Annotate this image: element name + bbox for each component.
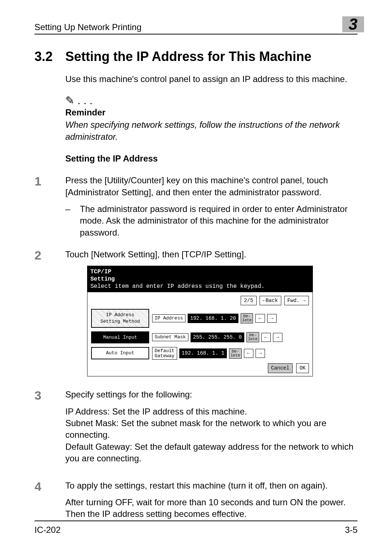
section-number: 3.2	[34, 49, 65, 64]
step-text: To apply the settings, restart this mach…	[65, 480, 358, 491]
step-text: Touch [Network Setting], then [TCP/IP Se…	[65, 249, 358, 260]
step-2: 2 Touch [Network Setting], then [TCP/IP …	[34, 249, 358, 379]
lcd-manual-input[interactable]: Manual Input	[91, 331, 149, 344]
step-4: 4 To apply the settings, restart this ma…	[34, 480, 358, 525]
section-heading: 3.2 Setting the IP Address for This Mach…	[34, 49, 358, 64]
section-intro: Use this machine's control panel to assi…	[65, 73, 358, 85]
lcd-cancel-button[interactable]: Cancel	[268, 363, 293, 373]
lcd-right-arrow[interactable]: →	[267, 314, 277, 323]
step-subtext: The administrator password is required i…	[80, 203, 358, 238]
lcd-back-button[interactable]: ←Back	[260, 296, 281, 306]
page-footer: IC-202 3-5	[34, 521, 358, 535]
step-text: Press the [Utility/Counter] key on this …	[65, 175, 358, 198]
lcd-right-arrow[interactable]: →	[273, 333, 282, 342]
lcd-ip-value: 192. 168. 1. 20	[188, 314, 238, 323]
lcd-right-arrow[interactable]: →	[256, 349, 265, 358]
step-number: 4	[34, 480, 65, 525]
lcd-mask-label[interactable]: Subnet Mask	[152, 333, 188, 341]
footer-right: 3-5	[345, 525, 358, 535]
lcd-left-arrow[interactable]: ←	[244, 349, 253, 358]
section-title: Setting the IP Address for This Machine	[65, 49, 311, 64]
steps-list: 1 Press the [Utility/Counter] key on thi…	[34, 175, 358, 525]
step-detail: IP Address: Set the IP address of this m…	[65, 406, 358, 465]
lcd-delete-button[interactable]: De- lete	[241, 313, 253, 323]
step-number: 3	[34, 389, 65, 469]
lcd-pager: 2/5	[241, 296, 256, 306]
footer-left: IC-202	[34, 525, 61, 535]
running-header: Setting Up Network Printing 3	[34, 16, 358, 34]
chapter-number-badge: 3	[342, 16, 358, 32]
step-number: 1	[34, 175, 65, 238]
lcd-delete-button[interactable]: De- lete	[246, 332, 259, 342]
chapter-number: 3	[349, 16, 358, 32]
reminder-heading: Reminder	[65, 107, 358, 118]
step-number: 2	[34, 249, 65, 379]
lcd-delete-button[interactable]: De- lete	[229, 348, 241, 359]
lcd-screenshot: TCP/IPSetting Select item and enter IP a…	[87, 266, 313, 377]
step-subitem: – The administrator password is required…	[65, 203, 358, 238]
lcd-ip-label[interactable]: IP Address	[152, 314, 185, 322]
subheading: Setting the IP Address	[65, 154, 358, 164]
lcd-auto-input[interactable]: Auto Input	[91, 347, 149, 359]
reminder-text: When specifying network settings, follow…	[65, 119, 358, 143]
lcd-gateway-value: 192. 168. 1. 1	[179, 348, 227, 358]
lcd-fwd-button[interactable]: Fwd. →	[284, 296, 309, 306]
lcd-left-header: IP Address Setting Method	[91, 309, 149, 327]
running-title: Setting Up Network Printing	[34, 22, 142, 32]
lcd-gateway-label[interactable]: Default Gateway	[152, 347, 177, 360]
lcd-instruction: Select item and enter IP address using t…	[90, 283, 310, 290]
step-1: 1 Press the [Utility/Counter] key on thi…	[34, 175, 358, 238]
lcd-left-arrow[interactable]: ←	[255, 314, 265, 323]
lcd-left-arrow[interactable]: ←	[261, 333, 271, 342]
step-text: Specify settings for the following:	[65, 389, 358, 400]
lcd-header: TCP/IPSetting Select item and enter IP a…	[87, 266, 313, 292]
step-3: 3 Specify settings for the following: IP…	[34, 389, 358, 469]
lcd-ok-button[interactable]: OK	[296, 363, 309, 373]
step-detail: After turning OFF, wait for more than 10…	[65, 497, 358, 520]
note-icon: ✎ . . .	[65, 94, 358, 107]
lcd-mask-value: 255. 255. 255. 0	[191, 332, 244, 342]
